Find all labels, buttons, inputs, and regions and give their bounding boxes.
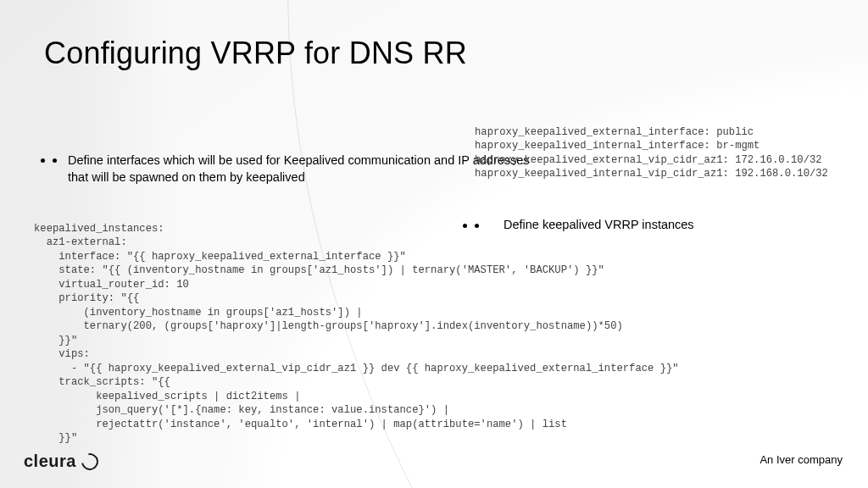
logo-mark-icon <box>78 450 102 474</box>
logo-cleura: cleura <box>24 452 98 471</box>
code-block-keepalived-instances: keepalived_instances: az1-external: inte… <box>34 222 679 446</box>
tagline: An Iver company <box>760 453 843 466</box>
code-block-interfaces: haproxy_keepalived_external_interface: p… <box>475 125 828 181</box>
bullet-dot-icon <box>53 158 57 163</box>
logo-text: cleura <box>24 452 76 471</box>
page-title: Configuring VRRP for DNS RR <box>44 36 467 71</box>
slide: Configuring VRRP for DNS RR Define inter… <box>0 0 868 488</box>
